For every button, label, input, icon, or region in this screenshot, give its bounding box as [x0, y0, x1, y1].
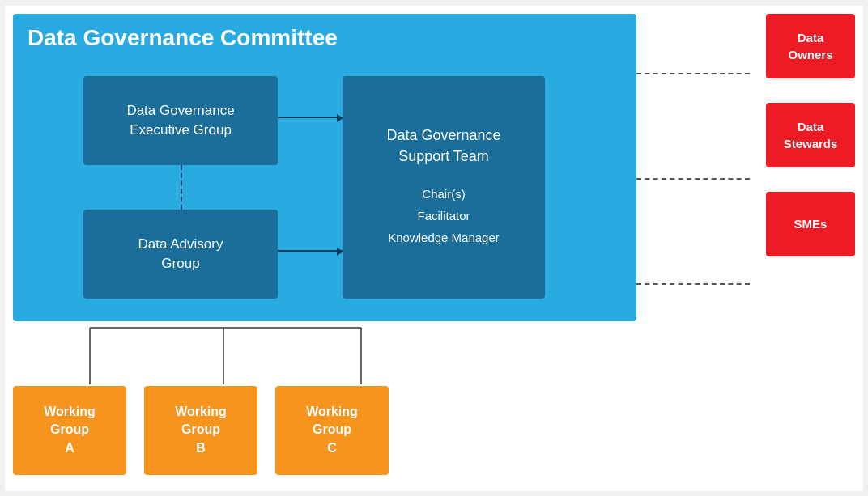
working-group-a: WorkingGroupA — [13, 386, 126, 475]
arrow-advisory-support — [278, 250, 343, 252]
working-group-c-label: WorkingGroupC — [306, 403, 358, 457]
support-team-roles: Chair(s)FacilitatorKnowledge Manager — [388, 183, 500, 248]
advisory-group-label: Data AdvisoryGroup — [138, 235, 223, 273]
committee-box: Data Governance Committee Data Governanc… — [13, 14, 636, 321]
data-owners-box: DataOwners — [766, 14, 855, 78]
dashed-line-data-stewards — [636, 178, 750, 180]
support-team-box: Data GovernanceSupport Team Chair(s)Faci… — [343, 76, 545, 299]
right-boxes-container: DataOwners DataStewards SMEs — [766, 14, 855, 256]
dashed-exec-advisory — [181, 165, 182, 210]
working-groups-container: WorkingGroupA WorkingGroupB WorkingGroup… — [13, 386, 389, 475]
working-group-a-label: WorkingGroupA — [44, 403, 96, 457]
working-group-c: WorkingGroupC — [275, 386, 389, 475]
working-group-b: WorkingGroupB — [144, 386, 257, 475]
support-team-title: Data GovernanceSupport Team — [386, 125, 500, 166]
data-stewards-label: DataStewards — [784, 118, 838, 152]
exec-group-label: Data GovernanceExecutive Group — [126, 101, 234, 140]
data-owners-label: DataOwners — [788, 29, 832, 63]
connector-lines — [13, 320, 426, 388]
advisory-group-box: Data AdvisoryGroup — [83, 210, 278, 299]
data-stewards-box: DataStewards — [766, 103, 855, 167]
dashed-line-data-owners — [636, 73, 750, 74]
arrow-exec-support — [278, 117, 343, 118]
exec-group-box: Data GovernanceExecutive Group — [83, 76, 278, 165]
working-group-b-label: WorkingGroupB — [175, 403, 227, 457]
smes-box: SMEs — [766, 192, 855, 256]
smes-label: SMEs — [794, 215, 828, 232]
committee-title: Data Governance Committee — [15, 15, 635, 57]
diagram-wrapper: Data Governance Committee Data Governanc… — [5, 6, 863, 491]
dashed-line-smes — [636, 283, 750, 285]
